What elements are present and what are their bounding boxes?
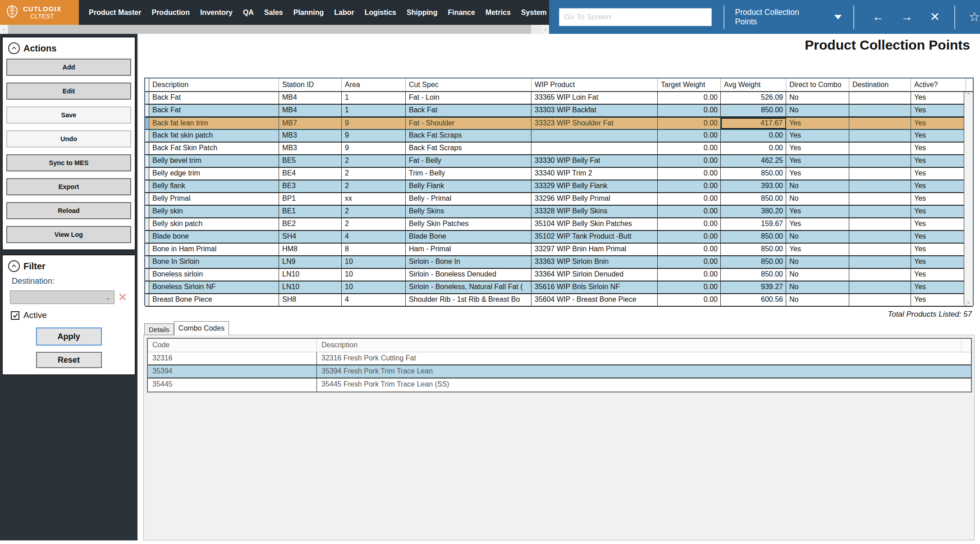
cell-target_weight[interactable]: 0.00: [658, 218, 721, 230]
nav-item-qa[interactable]: QA: [243, 9, 254, 17]
col-header-avg_weight[interactable]: Avg Weight: [721, 78, 786, 91]
back-arrow-icon[interactable]: ←: [872, 10, 884, 24]
col-header-area[interactable]: Area: [342, 78, 406, 91]
cell-target_weight[interactable]: 0.00: [658, 193, 721, 205]
cell-destination[interactable]: [849, 118, 911, 129]
cell-station_id[interactable]: MB7: [279, 118, 342, 129]
cell-active[interactable]: Yes: [911, 105, 966, 116]
row-header[interactable]: [145, 155, 149, 167]
cell-station_id[interactable]: HM8: [279, 244, 342, 255]
screen-selector-dropdown[interactable]: Product Collection Points: [735, 8, 842, 27]
nav-item-product-master[interactable]: Product Master: [89, 9, 141, 17]
table-row[interactable]: Back FatMB41Fat - Loin33365 WIP Loin Fat…: [145, 92, 973, 105]
col-header-cut_spec[interactable]: Cut Spec: [406, 78, 531, 91]
cell-target_weight[interactable]: 0.00: [658, 168, 721, 180]
cell-wip_product[interactable]: 33363 WIP Sirloin Bnin: [531, 256, 658, 268]
scroll-left-icon[interactable]: ‹: [0, 25, 7, 34]
cell-avg_weight[interactable]: 850.00: [721, 168, 786, 180]
combo-col-header-code[interactable]: Code: [148, 339, 317, 352]
cell-direct_to_combo[interactable]: Yes: [786, 244, 849, 255]
cell-target_weight[interactable]: 0.00: [658, 118, 721, 129]
cell-avg_weight[interactable]: 850.00: [721, 244, 786, 255]
table-row[interactable]: Belly flankBE32Belly Flank33329 WIP Bell…: [145, 180, 973, 193]
cell-avg_weight[interactable]: 600.56: [721, 294, 786, 306]
cell-destination[interactable]: [849, 92, 911, 104]
cell-description[interactable]: Blade bone: [149, 231, 279, 243]
cell-cut_spec[interactable]: Ham - Primal: [406, 244, 531, 255]
col-header-target_weight[interactable]: Target Weight: [658, 78, 721, 91]
cell-avg_weight[interactable]: 0.00: [721, 130, 786, 142]
cell-direct_to_combo[interactable]: No: [786, 294, 849, 306]
row-header[interactable]: [145, 143, 149, 154]
save-button[interactable]: Save: [6, 106, 131, 124]
cell-destination[interactable]: [849, 294, 911, 306]
table-row[interactable]: Belly bevel trimBE52Fat - Belly33330 WIP…: [145, 155, 973, 168]
table-row[interactable]: Back Fat Skin PatchMB39Back Fat Scraps0.…: [145, 143, 973, 155]
cell-destination[interactable]: [849, 143, 911, 154]
cell-target_weight[interactable]: 0.00: [658, 294, 721, 306]
cell-description[interactable]: Bone in Ham Primal: [149, 244, 279, 255]
cell-active[interactable]: Yes: [911, 193, 966, 205]
table-row[interactable]: Breast Bone PieceSH84Shoulder Rib - 1st …: [145, 294, 973, 307]
table-row[interactable]: Back fat skin patchMB39Back Fat Scraps0.…: [145, 130, 973, 143]
view-log-button[interactable]: View Log: [6, 226, 131, 243]
cell-cut_spec[interactable]: Belly Flank: [406, 180, 531, 192]
row-header[interactable]: [145, 256, 149, 268]
nav-item-production[interactable]: Production: [151, 9, 189, 17]
cell-direct_to_combo[interactable]: No: [786, 231, 849, 243]
cell-target_weight[interactable]: 0.00: [658, 130, 721, 142]
cell-avg_weight[interactable]: 850.00: [721, 105, 786, 116]
cell-target_weight[interactable]: 0.00: [658, 143, 721, 154]
destination-dropdown[interactable]: ⌄: [10, 290, 114, 304]
cell-station_id[interactable]: BE1: [279, 206, 342, 217]
cell-destination[interactable]: [849, 155, 911, 167]
cell-station_id[interactable]: LN9: [279, 256, 342, 268]
cell-direct_to_combo[interactable]: No: [786, 180, 849, 192]
cell-destination[interactable]: [849, 281, 911, 293]
table-row[interactable]: Bone In SirloinLN910Sirloin - Bone In333…: [145, 256, 973, 269]
apply-button[interactable]: Apply: [36, 327, 102, 346]
cell-target_weight[interactable]: 0.00: [658, 244, 721, 255]
hscroll-track[interactable]: [7, 25, 542, 34]
cell-area[interactable]: 10: [342, 281, 406, 293]
cell-direct_to_combo[interactable]: No: [786, 105, 849, 116]
cell-active[interactable]: Yes: [911, 143, 966, 154]
cell-cut_spec[interactable]: Belly - Primal: [406, 193, 531, 205]
go-to-screen-input[interactable]: [559, 8, 712, 26]
combo-cell-code[interactable]: 32316: [148, 352, 317, 364]
table-row[interactable]: Belly PrimalBP1xxBelly - Primal33296 WIP…: [145, 193, 973, 206]
cell-direct_to_combo[interactable]: Yes: [786, 118, 849, 129]
col-header-active[interactable]: Active?: [911, 78, 966, 91]
cell-avg_weight[interactable]: 939.27: [721, 281, 786, 293]
cell-description[interactable]: Belly skin patch: [149, 218, 279, 230]
row-header[interactable]: [145, 294, 149, 306]
cell-active[interactable]: Yes: [911, 130, 966, 142]
cell-active[interactable]: Yes: [911, 168, 966, 180]
combo-cell-code[interactable]: 35394: [148, 365, 317, 378]
cell-description[interactable]: Boneless sirloin: [149, 269, 279, 281]
cell-active[interactable]: Yes: [911, 118, 966, 129]
cell-area[interactable]: 9: [342, 143, 406, 154]
cell-description[interactable]: Breast Bone Piece: [149, 294, 279, 306]
cell-area[interactable]: 2: [342, 180, 406, 192]
cell-target_weight[interactable]: 0.00: [658, 206, 721, 217]
cell-destination[interactable]: [849, 244, 911, 255]
cell-target_weight[interactable]: 0.00: [658, 281, 721, 293]
cell-description[interactable]: Back Fat: [149, 92, 279, 104]
cell-cut_spec[interactable]: Trim - Belly: [406, 168, 531, 180]
cell-destination[interactable]: [849, 105, 911, 116]
cell-avg_weight[interactable]: 526.09: [721, 92, 786, 104]
cell-cut_spec[interactable]: Blade Bone: [406, 231, 531, 243]
cell-active[interactable]: Yes: [911, 244, 966, 255]
cell-area[interactable]: xx: [342, 193, 406, 205]
hscroll-thumb[interactable]: [8, 25, 531, 34]
cell-active[interactable]: Yes: [911, 269, 966, 281]
combo-row[interactable]: 3539435394 Fresh Pork Trim Trace Lean: [148, 365, 971, 378]
cell-area[interactable]: 2: [342, 155, 406, 167]
nav-item-logistics[interactable]: Logistics: [365, 9, 396, 17]
cell-destination[interactable]: [849, 168, 911, 180]
cell-active[interactable]: Yes: [911, 281, 966, 293]
cell-area[interactable]: 2: [342, 218, 406, 230]
cell-station_id[interactable]: BP1: [279, 193, 342, 205]
cell-cut_spec[interactable]: Back Fat Scraps: [406, 130, 531, 142]
